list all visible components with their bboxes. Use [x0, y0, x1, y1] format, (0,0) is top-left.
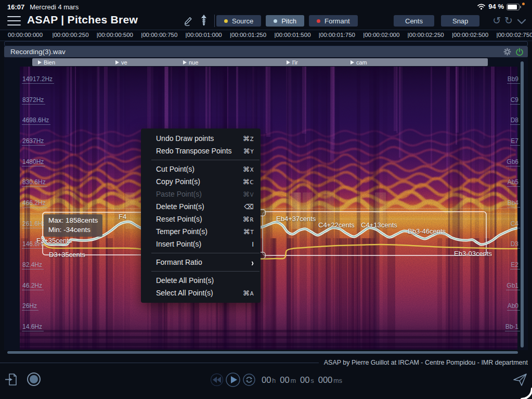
menu-item-copy-point-s[interactable]: Copy Point(s)⌘C — [141, 175, 261, 188]
pitch-curves[interactable] — [20, 67, 517, 350]
tooltip-max: Max: 1858cents — [48, 216, 98, 225]
horizontal-scrollbar[interactable] — [7, 351, 518, 354]
menu-item-reset-point-s[interactable]: Reset Point(s)⌘R — [141, 213, 261, 225]
menu-item-shortcut: ⌘Y — [243, 147, 254, 155]
status-time: 16:07 — [7, 3, 24, 11]
toggle-label: Pitch — [281, 17, 296, 25]
app-title: ASAP | Pitches Brew — [27, 14, 138, 26]
menu-item-delete-all-point-s[interactable]: Delete All Point(s) — [141, 274, 261, 287]
ruler-tick: 00:00:00:000 — [8, 32, 43, 38]
battery-icon — [507, 4, 520, 10]
menu-item-undo-draw-points[interactable]: Undo Draw points⌘Z — [141, 132, 261, 145]
toggle-button-source[interactable]: Source — [216, 15, 261, 27]
menu-item-shortcut: ⌘Z — [243, 135, 254, 143]
menu-item-label: Formant Ratio — [156, 258, 251, 266]
point-label-bb3-46cents: Bb3-46cents — [408, 227, 446, 235]
menu-item-label: Paste Point(s) — [156, 190, 243, 198]
segment-play-icon — [287, 60, 290, 65]
menu-item-label: Temper Point(s) — [156, 227, 243, 236]
menu-item-redo-transpose-points[interactable]: Redo Transpose Points⌘Y — [141, 145, 261, 157]
status-date: Mercredi 4 mars — [30, 3, 79, 11]
point-label-f4: F4 — [119, 213, 126, 221]
play-button[interactable] — [225, 372, 241, 388]
menu-button[interactable] — [7, 16, 21, 25]
segment-label: l'ir — [292, 59, 298, 66]
ruler-tick: |00:00:01:000 — [186, 32, 222, 38]
segment-label: ve — [121, 59, 127, 66]
segment-play-icon — [115, 60, 119, 65]
menu-item-shortcut: ⌘A — [243, 289, 254, 297]
menu-item-cut-point-s[interactable]: Cut Point(s)⌘X — [141, 163, 261, 175]
point-label-eb4-37cents: Eb4+37cents — [276, 215, 316, 223]
point-label-c4-13cents: C4+13cents — [361, 221, 397, 229]
rewind-button[interactable] — [210, 373, 224, 387]
undo-button[interactable]: ↺ — [492, 14, 501, 27]
toggle-dot-pitch — [274, 19, 277, 23]
ruler-tick: |00:00:02:000 — [363, 32, 399, 38]
toggle-label: Source — [232, 17, 253, 25]
gear-icon[interactable] — [503, 48, 511, 56]
segment-label: cam — [356, 59, 367, 66]
menu-item-shortcut: ⌘R — [243, 215, 254, 223]
segment-marker-nue[interactable]: nue — [183, 58, 198, 66]
formant-curve[interactable] — [44, 244, 517, 261]
menu-item-temper-point-s[interactable]: Temper Point(s)⌘T — [141, 225, 261, 238]
point-label-d3-35cents: D3+35cents — [49, 251, 85, 259]
vertical-scrollbar[interactable] — [521, 61, 524, 347]
timecode-value: 000 — [318, 375, 333, 385]
toggle-button-formant[interactable]: Formant — [309, 15, 357, 27]
menu-item-paste-point-s[interactable]: Paste Point(s)⌘V — [141, 188, 261, 200]
selection-tooltip: Max: 1858cents Min: -34cents — [44, 214, 102, 237]
ruler-tick: |00:00:00:750 — [141, 32, 177, 38]
timecode-value: 00 — [262, 375, 271, 385]
menu-item-label: Delete All Point(s) — [156, 276, 254, 285]
status-bar: 16:07 Mercredi 4 mars 94 % — [0, 0, 532, 12]
menu-item-label: Redo Transpose Points — [156, 147, 243, 155]
segment-marker-ve[interactable]: ve — [115, 58, 127, 66]
segment-marker-cam[interactable]: cam — [351, 58, 367, 66]
draw-tool-icon[interactable] — [183, 15, 193, 27]
menu-item-insert-point-s[interactable]: Insert Point(s)I — [141, 238, 261, 250]
view-toggles: SourcePitchFormant — [216, 15, 358, 27]
segment-marker-bien[interactable]: Bien — [38, 58, 55, 66]
redo-button[interactable]: ↻ — [504, 14, 513, 27]
ruler-tick: |00:00:01:500 — [274, 32, 310, 38]
menu-item-delete-point-s[interactable]: Delete Point(s)⌫ — [141, 200, 261, 213]
menu-item-shortcut: ⌘V — [243, 190, 254, 198]
app-header: ASAP | Pitches Brew SourcePitchFormant C… — [0, 12, 532, 30]
menu-separator — [151, 271, 259, 272]
timecode-unit: h — [272, 377, 276, 384]
toggle-dot-source — [224, 19, 228, 23]
button-snap[interactable]: Snap — [441, 15, 479, 27]
ruler-tick: |00:00:01:750 — [319, 32, 355, 38]
segment-bar: Bienvenuel'ircam — [32, 58, 488, 66]
segment-marker-l-ir[interactable]: l'ir — [287, 58, 298, 66]
segment-label: Bien — [44, 59, 55, 66]
timeline-ruler[interactable]: 00:00:00:000|00:00:00:250|00:00:00:500|0… — [0, 30, 532, 41]
loop-strip[interactable] — [4, 41, 528, 46]
ruler-tick: |00:00:01:250 — [230, 32, 266, 38]
menu-item-shortcut: ⌘C — [243, 178, 254, 186]
record-button[interactable] — [27, 372, 41, 387]
chevron-down-icon[interactable] — [516, 18, 527, 25]
mic-indicator-dot — [522, 3, 525, 5]
ruler-tick: |00:00:02:250 — [408, 32, 444, 38]
import-file-icon[interactable] — [5, 372, 18, 387]
send-icon[interactable] — [512, 372, 528, 388]
power-icon[interactable] — [515, 48, 524, 56]
menu-item-shortcut: ⌘X — [243, 165, 254, 173]
toggle-button-pitch[interactable]: Pitch — [266, 15, 304, 27]
pitch-curve-outline[interactable] — [43, 222, 517, 244]
menu-item-shortcut: ⌘T — [243, 228, 254, 236]
timecode-value: 00 — [300, 375, 309, 385]
point-label-f3-35cents: F3+35cents — [36, 237, 72, 244]
menu-item-formant-ratio[interactable]: Formant Ratio› — [141, 256, 261, 268]
menu-item-shortcut: I — [252, 240, 254, 248]
timecode-unit: s — [310, 377, 314, 384]
pin-tool-icon[interactable] — [201, 15, 207, 27]
menu-item-select-all-point-s[interactable]: Select All Point(s)⌘A — [141, 287, 261, 299]
button-cents[interactable]: Cents — [394, 15, 434, 27]
track-name: Recording(3).wav — [10, 48, 66, 56]
point-label-eb3-03cents: Eb3-03cents — [454, 250, 492, 258]
loop-button[interactable] — [242, 373, 256, 387]
